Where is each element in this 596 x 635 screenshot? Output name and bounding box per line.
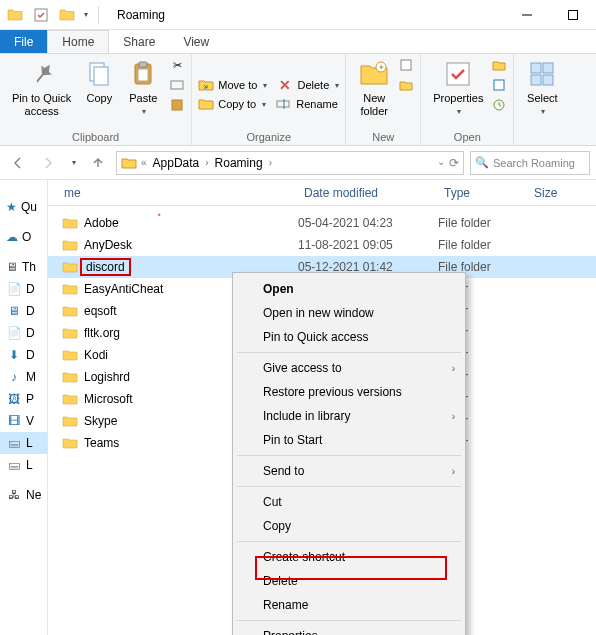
- address-bar: ▾ « AppData › Roaming › ⌄ ⟳ 🔍 Search Roa…: [0, 146, 596, 180]
- drive-icon: 🖴: [6, 457, 22, 473]
- ctx-include-library[interactable]: Include in library›: [235, 404, 463, 428]
- new-item-button[interactable]: [398, 56, 414, 74]
- copy-button[interactable]: Copy: [77, 56, 121, 107]
- table-row[interactable]: AnyDesk11-08-2021 09:05File folder: [48, 234, 596, 256]
- file-name: eqsoft: [84, 304, 117, 318]
- new-folder-button[interactable]: ✦ New folder: [352, 56, 396, 120]
- chevron-right-icon[interactable]: ›: [203, 157, 210, 168]
- nav-this-pc[interactable]: 🖥 Th: [0, 256, 47, 278]
- tab-view[interactable]: View: [169, 30, 223, 53]
- folder-icon: [62, 413, 78, 429]
- tab-share[interactable]: Share: [109, 30, 169, 53]
- nav-recent-button[interactable]: ▾: [66, 151, 80, 175]
- ctx-copy[interactable]: Copy: [235, 514, 463, 538]
- maximize-button[interactable]: [550, 0, 596, 30]
- qat-properties-icon[interactable]: [30, 4, 52, 26]
- column-name[interactable]: me: [48, 186, 298, 200]
- nav-item[interactable]: ⬇D: [0, 344, 47, 366]
- navigation-pane[interactable]: ★ Qu ☁ O 🖥 Th 📄D 🖥D 📄D ⬇D ♪M 🖼P 🎞V 🖴L 🖴L…: [0, 180, 48, 635]
- nav-forward-button[interactable]: [36, 151, 60, 175]
- nav-item[interactable]: 🖴L: [0, 432, 47, 454]
- ctx-send-to[interactable]: Send to›: [235, 459, 463, 483]
- ctx-delete[interactable]: Delete: [235, 569, 463, 593]
- search-box[interactable]: 🔍 Search Roaming: [470, 151, 590, 175]
- column-date[interactable]: Date modified: [298, 186, 438, 200]
- chevron-right-icon[interactable]: «: [139, 157, 149, 168]
- open-button-small[interactable]: [491, 56, 507, 74]
- chevron-right-icon[interactable]: ›: [267, 157, 274, 168]
- tab-file[interactable]: File: [0, 30, 47, 53]
- move-to-button[interactable]: Move to ▾: [198, 76, 267, 94]
- network-icon: 🖧: [6, 487, 22, 503]
- cloud-icon: ☁: [6, 230, 18, 244]
- breadcrumb-bar[interactable]: « AppData › Roaming › ⌄ ⟳: [116, 151, 464, 175]
- ctx-properties[interactable]: Properties: [235, 624, 463, 635]
- nav-network[interactable]: 🖧Ne: [0, 484, 47, 506]
- ctx-pin-quick-access[interactable]: Pin to Quick access: [235, 325, 463, 349]
- quick-access-toolbar: ▾: [0, 4, 92, 26]
- folder-icon: [62, 215, 78, 231]
- nav-onedrive[interactable]: ☁ O: [0, 226, 47, 248]
- delete-button[interactable]: ✕ Delete ▾: [277, 76, 339, 94]
- svg-rect-6: [139, 62, 147, 67]
- pictures-icon: 🖼: [6, 391, 22, 407]
- ctx-restore-previous[interactable]: Restore previous versions: [235, 380, 463, 404]
- file-name: fltk.org: [84, 326, 120, 340]
- refresh-button[interactable]: ⟳: [449, 156, 459, 170]
- copy-to-button[interactable]: Copy to ▾: [198, 95, 266, 113]
- paste-shortcut-button[interactable]: [169, 96, 185, 114]
- table-row[interactable]: Adobe05-04-2021 04:23File folder: [48, 212, 596, 234]
- nav-item[interactable]: ♪M: [0, 366, 47, 388]
- chevron-down-icon: ▾: [72, 158, 76, 167]
- column-type[interactable]: Type: [438, 186, 528, 200]
- qat-newfolder-icon[interactable]: [56, 4, 78, 26]
- ctx-open-new-window[interactable]: Open in new window: [235, 301, 463, 325]
- copy-path-button[interactable]: [169, 76, 185, 94]
- paste-button[interactable]: Paste ▾: [121, 56, 165, 119]
- history-button-small[interactable]: [491, 96, 507, 114]
- edit-button-small[interactable]: [491, 76, 507, 94]
- ctx-pin-start[interactable]: Pin to Start: [235, 428, 463, 452]
- ctx-create-shortcut[interactable]: Create shortcut: [235, 545, 463, 569]
- pin-quick-access-button[interactable]: Pin to Quick access: [6, 56, 77, 120]
- divider: [237, 620, 461, 621]
- nav-item[interactable]: 🖼P: [0, 388, 47, 410]
- select-button[interactable]: Select ▾: [520, 56, 564, 119]
- file-date: 05-04-2021 04:23: [298, 216, 438, 230]
- ctx-open[interactable]: Open: [235, 277, 463, 301]
- column-headers[interactable]: me Date modified Type Size: [48, 180, 596, 206]
- properties-button[interactable]: Properties ▾: [427, 56, 489, 119]
- ctx-give-access-to[interactable]: Give access to›: [235, 356, 463, 380]
- breadcrumb-appdata[interactable]: AppData: [151, 156, 202, 170]
- nav-item[interactable]: 🖥D: [0, 300, 47, 322]
- nav-up-button[interactable]: [86, 151, 110, 175]
- qat-dropdown-icon[interactable]: ▾: [84, 10, 88, 19]
- nav-item[interactable]: 🖴L: [0, 454, 47, 476]
- breadcrumb-roaming[interactable]: Roaming: [213, 156, 265, 170]
- ctx-cut[interactable]: Cut: [235, 490, 463, 514]
- nav-quick-access[interactable]: ★ Qu: [0, 196, 47, 218]
- file-type: File folder: [438, 238, 528, 252]
- divider: [237, 352, 461, 353]
- svg-rect-14: [401, 60, 411, 70]
- ctx-rename[interactable]: Rename: [235, 593, 463, 617]
- chevron-right-icon: ›: [452, 411, 455, 422]
- file-name: Kodi: [84, 348, 108, 362]
- rename-icon: [276, 96, 292, 112]
- svg-rect-7: [138, 69, 148, 81]
- nav-item[interactable]: 📄D: [0, 322, 47, 344]
- group-label-open: Open: [454, 131, 481, 145]
- chevron-down-icon: ▾: [262, 100, 266, 109]
- column-size[interactable]: Size: [528, 186, 588, 200]
- folder-icon: [62, 391, 78, 407]
- easy-access-button[interactable]: [398, 76, 414, 94]
- nav-back-button[interactable]: [6, 151, 30, 175]
- properties-label: Properties: [433, 92, 483, 105]
- nav-item[interactable]: 📄D: [0, 278, 47, 300]
- tab-home[interactable]: Home: [47, 30, 109, 53]
- rename-button[interactable]: Rename: [276, 95, 338, 113]
- minimize-button[interactable]: [504, 0, 550, 30]
- cut-button[interactable]: ✂: [169, 56, 185, 74]
- nav-item[interactable]: 🎞V: [0, 410, 47, 432]
- history-dropdown-icon[interactable]: ⌄: [437, 156, 445, 170]
